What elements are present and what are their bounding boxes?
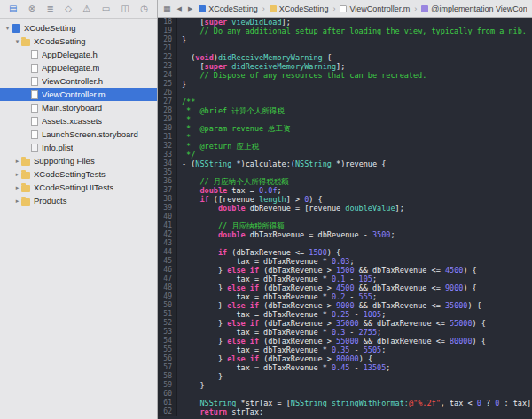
code-line[interactable]: 46 } else if (dbTaxRevenue > 1500 && dbT… (158, 266, 532, 275)
disclosure-triangle-icon[interactable]: ▸ (13, 184, 21, 191)
code-line[interactable]: 32 * @return 应上税 (158, 142, 532, 151)
code-line[interactable]: 47 tax = dbTaxRevenue * 0.1 - 105; (158, 275, 532, 283)
line-number[interactable]: 21 (158, 44, 177, 53)
breadcrumb-segment[interactable]: ViewController.m (340, 4, 410, 13)
code-line[interactable]: 43 (158, 239, 532, 248)
line-number[interactable]: 58 (158, 372, 177, 381)
disclosure-triangle-icon[interactable]: ▾ (4, 25, 12, 32)
sidebar-item-products[interactable]: ▸Products (0, 194, 157, 207)
code-line[interactable]: 39 double dbRevenue = [revenue doubleVal… (158, 204, 532, 213)
code-line[interactable]: 27/** (158, 97, 532, 106)
sidebar-item-assets-xcassets[interactable]: Assets.xcassets (0, 114, 157, 128)
line-number[interactable]: 23 (158, 62, 177, 71)
code-line[interactable]: 48 } else if (dbTaxRevenue > 4500 && dbT… (158, 283, 532, 292)
code-line[interactable]: 28 * @brief 计算个人所得税 (158, 106, 532, 115)
code-line[interactable]: 19 // Do any additional setup after load… (158, 27, 532, 35)
code-line[interactable]: 21 (158, 44, 532, 53)
issue-navigator-icon[interactable]: ⚠ (82, 0, 90, 18)
line-number[interactable]: 32 (158, 142, 177, 151)
code-line[interactable]: 38 if ([revenue length] > 0) { (158, 195, 532, 204)
line-number[interactable]: 49 (158, 292, 177, 301)
line-number[interactable]: 27 (158, 97, 177, 106)
code-line[interactable]: 34- (NSString *)calculate:(NSString *)re… (158, 159, 532, 168)
line-number[interactable]: 50 (158, 301, 177, 310)
code-line[interactable]: 51 tax = dbTaxRevenue * 0.25 - 1005; (158, 310, 532, 319)
code-line[interactable]: 55 tax = dbTaxRevenue * 0.35 - 5505; (158, 345, 532, 354)
line-number[interactable]: 31 (158, 133, 177, 142)
line-number[interactable]: 57 (158, 363, 177, 372)
code-line[interactable]: 37 double tax = 0.0f; (158, 186, 532, 195)
sidebar-item-xcodesettingtests[interactable]: ▸XCodeSettingTests (0, 167, 157, 181)
code-editor-area[interactable]: 18 [super viewDidLoad];19 // Do any addi… (158, 18, 532, 419)
related-items-icon[interactable]: ▦ (163, 0, 173, 18)
line-number[interactable]: 51 (158, 310, 177, 319)
line-number[interactable]: 40 (158, 213, 177, 221)
sidebar-item-viewcontroller-m[interactable]: ViewController.m (0, 88, 157, 101)
sidebar-item-xcodesetting[interactable]: ▾XCodeSetting (0, 21, 157, 35)
sidebar-item-appdelegate-h[interactable]: AppDelegate.h (0, 48, 157, 61)
breadcrumb-segment[interactable]: @implementation ViewController (421, 4, 527, 13)
code-line[interactable]: 31 * (158, 133, 532, 142)
sidebar-item-launchscreen-storyboard[interactable]: LaunchScreen.storyboard (0, 128, 157, 141)
line-number[interactable]: 19 (158, 27, 177, 35)
sidebar-item-main-storyboard[interactable]: Main.storyboard (0, 101, 157, 114)
disclosure-triangle-icon[interactable]: ▾ (13, 38, 21, 45)
code-line[interactable]: 25} (158, 80, 532, 89)
sidebar-item-appdelegate-m[interactable]: AppDelegate.m (0, 61, 157, 74)
code-line[interactable]: 50 } else if (dbTaxRevenue > 9000 && dbT… (158, 301, 532, 310)
sidebar-item-info-plist[interactable]: Info.plist (0, 141, 157, 154)
code-line[interactable]: 56 } else if (dbTaxRevenue > 80000) { (158, 354, 532, 363)
breadcrumb-segment[interactable]: XCodeSetting (270, 4, 329, 13)
line-number[interactable]: 26 (158, 89, 177, 97)
line-number[interactable]: 55 (158, 345, 177, 354)
line-number[interactable]: 24 (158, 71, 177, 80)
code-line[interactable]: 57 tax = dbTaxRevenue * 0.45 - 13505; (158, 363, 532, 372)
code-line[interactable]: 61 NSString *strTax = [NSString stringWi… (158, 399, 532, 407)
line-number[interactable]: 43 (158, 239, 177, 248)
line-number[interactable]: 42 (158, 230, 177, 239)
code-line[interactable]: 36 // 月应纳个人所得税税额 (158, 177, 532, 186)
code-line[interactable]: 62 return strTax; (158, 407, 532, 416)
code-line[interactable]: 52 } else if (dbTaxRevenue > 35000 && db… (158, 319, 532, 328)
source-control-navigator-icon[interactable]: ⊗ (28, 0, 35, 18)
line-number[interactable]: 20 (158, 35, 177, 44)
code-line[interactable]: 22- (void)didReceiveMemoryWarning { (158, 53, 532, 62)
forward-button[interactable]: ▶ (188, 5, 194, 12)
line-number[interactable]: 62 (158, 407, 177, 416)
line-number[interactable]: 60 (158, 390, 177, 399)
code-line[interactable]: 33 */ (158, 151, 532, 159)
line-number[interactable]: 39 (158, 204, 177, 213)
line-number[interactable]: 44 (158, 248, 177, 257)
disclosure-triangle-icon[interactable]: ▸ (13, 158, 21, 165)
code-line[interactable]: 59 } (158, 381, 532, 390)
code-line[interactable]: 60 (158, 390, 532, 399)
line-number[interactable]: 61 (158, 399, 177, 407)
code-line[interactable]: 23 [super didReceiveMemoryWarning]; (158, 62, 532, 71)
debug-navigator-icon[interactable]: ◫ (121, 0, 129, 18)
sidebar-item-xcodesettinguitests[interactable]: ▸XCodeSettingUITests (0, 181, 157, 194)
code-line[interactable]: 30 * @param revenue 总工资 (158, 124, 532, 133)
symbol-navigator-icon[interactable]: ≣ (47, 0, 54, 18)
line-number[interactable]: 38 (158, 195, 177, 204)
line-number[interactable]: 53 (158, 328, 177, 337)
disclosure-triangle-icon[interactable]: ▸ (13, 198, 21, 205)
line-number[interactable]: 29 (158, 115, 177, 124)
report-navigator-icon[interactable]: ◷ (140, 0, 148, 18)
test-navigator-icon[interactable]: ▭ (102, 0, 110, 18)
code-line[interactable]: 18 [super viewDidLoad]; (158, 18, 532, 27)
line-number[interactable]: 46 (158, 266, 177, 275)
line-number[interactable]: 52 (158, 319, 177, 328)
sidebar-item-xcodesetting[interactable]: ▾XCodeSetting (0, 35, 157, 48)
code-line[interactable]: 29 * (158, 115, 532, 124)
code-line[interactable]: 58 } (158, 372, 532, 381)
line-number[interactable]: 45 (158, 257, 177, 266)
code-line[interactable]: 54 } else if (dbTaxRevenue > 55000 && db… (158, 337, 532, 345)
code-line[interactable]: 49 tax = dbTaxRevenue * 0.2 - 555; (158, 292, 532, 301)
line-number[interactable]: 37 (158, 186, 177, 195)
line-number[interactable]: 47 (158, 275, 177, 283)
line-number[interactable]: 34 (158, 159, 177, 168)
line-number[interactable]: 59 (158, 381, 177, 390)
line-number[interactable]: 48 (158, 283, 177, 292)
find-navigator-icon[interactable]: ◇ (65, 0, 72, 18)
sidebar-item-viewcontroller-h[interactable]: ViewController.h (0, 74, 157, 88)
